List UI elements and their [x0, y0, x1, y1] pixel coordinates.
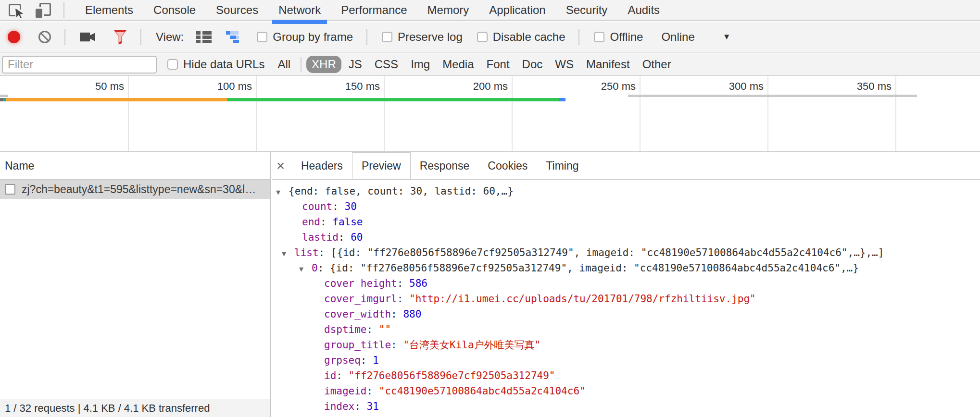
preview-line[interactable]: imageid: "cc48190e57100864abc4d55a2c4104… — [272, 383, 980, 399]
hide-data-urls-checkbox[interactable]: Hide data URLs — [167, 58, 264, 71]
offline-checkbox[interactable]: Offline — [594, 30, 643, 44]
preview-line[interactable]: cover_imgurl: "http://i1.umei.cc/uploads… — [272, 291, 980, 307]
details-tab-preview[interactable]: Preview — [352, 152, 411, 179]
tab-performance[interactable]: Performance — [331, 0, 417, 20]
preview-line[interactable]: ▼0: {id: "ff276e8056f58896e7cf92505a3127… — [272, 260, 980, 276]
json-token-key: cover_width — [324, 308, 391, 320]
preview-line[interactable]: cover_width: 880 — [272, 307, 980, 322]
ruler-gridline — [895, 76, 896, 151]
inspect-element-icon[interactable] — [8, 2, 24, 18]
details-tab-headers[interactable]: Headers — [292, 152, 352, 179]
name-header-label: Name — [5, 159, 34, 172]
type-filter-manifest[interactable]: Manifest — [581, 56, 635, 73]
preview-line[interactable]: count: 30 — [272, 199, 980, 214]
checkbox-glyph — [382, 32, 392, 42]
json-token-plain: : — [367, 324, 379, 335]
disclosure-triangle-icon[interactable]: ▼ — [299, 261, 312, 277]
show-overview-icon[interactable] — [226, 31, 242, 44]
tab-elements[interactable]: Elements — [75, 0, 143, 20]
json-token-key: count — [302, 201, 332, 212]
ruler-label: 100 ms — [175, 80, 252, 93]
large-request-rows-icon[interactable] — [196, 31, 212, 43]
json-token-plain: : — [339, 232, 351, 243]
ruler-label: 150 ms — [303, 80, 380, 93]
overview-bar-segment — [227, 98, 559, 101]
preview-line[interactable]: ▼list: [{id: "ff276e8056f58896e7cf92505a… — [272, 245, 980, 260]
details-tab-bar: × HeadersPreviewResponseCookiesTiming — [272, 152, 980, 180]
json-token-str: "ff276e8056f58896e7cf92505a312749" — [349, 370, 555, 381]
tab-console[interactable]: Console — [143, 0, 206, 20]
preview-line[interactable]: cover_height: 586 — [272, 276, 980, 291]
disable-cache-checkbox[interactable]: Disable cache — [477, 30, 565, 44]
group-by-frame-checkbox[interactable]: Group by frame — [257, 30, 353, 44]
preview-line[interactable]: id: "ff276e8056f58896e7cf92505a312749" — [272, 368, 980, 383]
json-token-plain: : — [332, 201, 344, 212]
network-overview[interactable]: 50 ms100 ms150 ms200 ms250 ms300 ms350 m… — [0, 76, 980, 152]
preserve-log-checkbox[interactable]: Preserve log — [382, 30, 463, 44]
clear-button[interactable] — [38, 31, 51, 43]
toolbar-divider — [578, 29, 579, 45]
checkbox-glyph — [167, 59, 178, 70]
chevron-down-icon[interactable]: ▼ — [723, 32, 731, 42]
type-filter-doc[interactable]: Doc — [517, 56, 548, 73]
details-tab-timing[interactable]: Timing — [537, 152, 588, 179]
details-tab-response[interactable]: Response — [411, 152, 479, 179]
preview-line[interactable]: grpseq: 1 — [272, 353, 980, 368]
json-token-num: false — [332, 216, 363, 228]
type-filter-media[interactable]: Media — [437, 56, 479, 73]
checkbox-label: Hide data URLs — [183, 58, 264, 71]
json-token-plain: : [{id: "ff276e8056f58896e7cf92505a31274… — [319, 247, 884, 258]
filter-funnel-icon[interactable] — [113, 30, 127, 45]
json-token-plain: : {id: "ff276e8056f58896e7cf92505a312749… — [318, 262, 859, 274]
type-filter-js[interactable]: JS — [343, 56, 367, 73]
overview-bar-segment — [628, 95, 917, 97]
record-button[interactable] — [8, 31, 20, 43]
name-column-header[interactable]: Name — [0, 152, 270, 180]
type-filter-other[interactable]: Other — [637, 56, 677, 73]
screenshot-camera-icon[interactable] — [80, 32, 95, 42]
request-row[interactable]: zj?ch=beauty&t1=595&listtype=new&sn=30&l… — [0, 180, 270, 199]
preview-line[interactable]: group_title: "台湾美女Kila户外唯美写真" — [272, 337, 980, 353]
disclosure-triangle-icon[interactable]: ▼ — [276, 184, 289, 200]
disclosure-triangle-icon[interactable]: ▼ — [282, 246, 294, 261]
filter-input[interactable] — [2, 56, 157, 74]
json-token-plain: : — [354, 401, 366, 412]
json-token-num: 880 — [403, 308, 421, 320]
checkbox-label: Disable cache — [493, 30, 565, 44]
type-filter-font[interactable]: Font — [481, 56, 515, 73]
type-filter-xhr[interactable]: XHR — [306, 56, 341, 73]
summary-text: 1 / 32 requests | 4.1 KB / 4.1 KB transf… — [5, 402, 210, 415]
close-icon[interactable]: × — [272, 158, 292, 174]
device-toolbar-icon[interactable] — [35, 2, 52, 18]
preview-line[interactable]: end: false — [272, 214, 980, 230]
type-filter-ws[interactable]: WS — [550, 56, 579, 73]
json-token-key: id — [324, 370, 336, 381]
type-filter-all[interactable]: All — [272, 56, 296, 73]
preview-line[interactable]: index: 31 — [272, 399, 980, 414]
checkbox-glyph — [257, 32, 267, 42]
tab-security[interactable]: Security — [556, 0, 618, 20]
json-token-plain: : — [367, 385, 379, 397]
throttling-select[interactable]: Online — [661, 30, 694, 44]
preview-line[interactable]: ▼{end: false, count: 30, lastid: 60,…} — [272, 184, 980, 199]
tab-sources[interactable]: Sources — [206, 0, 268, 20]
request-details-pane: × HeadersPreviewResponseCookiesTiming ▼{… — [272, 152, 980, 417]
json-token-key: cover_height — [324, 278, 397, 289]
type-filter-img[interactable]: Img — [405, 56, 435, 73]
json-token-plain: : — [397, 278, 409, 289]
json-token-key: grpseq — [324, 355, 361, 366]
overview-bar-segment — [559, 98, 565, 101]
tab-network[interactable]: Network — [268, 0, 331, 20]
type-filter-css[interactable]: CSS — [369, 56, 403, 73]
filter-divider — [301, 57, 302, 72]
preview-line[interactable]: lastid: 60 — [272, 230, 980, 245]
ruler-label: 200 ms — [431, 80, 508, 93]
tab-audits[interactable]: Audits — [617, 0, 670, 20]
json-token-plain: : — [391, 339, 403, 351]
json-token-str: "cc48190e57100864abc4d55a2c4104c6" — [379, 385, 586, 397]
tab-memory[interactable]: Memory — [417, 0, 479, 20]
details-tab-cookies[interactable]: Cookies — [478, 152, 537, 179]
preview-line[interactable]: dsptime: "" — [272, 322, 980, 337]
tab-application[interactable]: Application — [479, 0, 555, 20]
devtools-tab-bar: ElementsConsoleSourcesNetworkPerformance… — [0, 0, 980, 21]
